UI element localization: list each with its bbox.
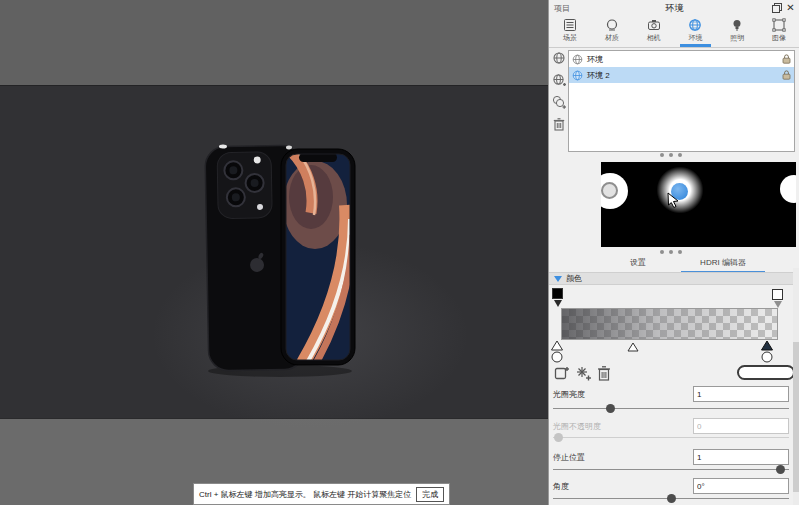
- delete-trash-icon[interactable]: [596, 365, 612, 381]
- environment-globe-icon: [572, 54, 583, 65]
- param-row-brightness: 光圈亮度: [549, 386, 793, 416]
- tab-label: 照明: [730, 33, 744, 43]
- duplicate-environment-icon[interactable]: [552, 95, 566, 109]
- lighting-bulb-icon: [730, 18, 744, 32]
- gradient-bar[interactable]: [561, 308, 778, 340]
- scrollbar-thumb[interactable]: [793, 342, 799, 492]
- color-swatch[interactable]: [737, 365, 795, 380]
- image-frame-icon: [772, 18, 786, 32]
- param-label: 停止位置: [553, 452, 585, 463]
- opacity-slider: [553, 437, 789, 438]
- resize-handle[interactable]: [549, 250, 793, 254]
- gradient-stop-pointer: [774, 301, 782, 308]
- param-row-opacity: 光圈不透明度: [549, 418, 793, 448]
- slider-thumb[interactable]: [606, 404, 615, 413]
- brightness-slider[interactable]: [553, 408, 789, 409]
- gradient-toolbar: [549, 364, 793, 384]
- tab-image[interactable]: 图像: [758, 16, 799, 47]
- tab-label: 场景: [563, 33, 577, 43]
- environment-subtabs: 设置 HDRI 编辑器: [601, 255, 796, 273]
- environment-globe-icon[interactable]: [552, 51, 566, 65]
- environment-list-item[interactable]: 环境: [569, 51, 794, 67]
- environment-list: 环境 环境 2: [568, 50, 795, 152]
- tab-hdri-editor[interactable]: HDRI 编辑器: [681, 255, 765, 273]
- param-label: 光圈不透明度: [553, 421, 601, 432]
- environment-globe-icon: [572, 70, 583, 81]
- chevron-down-icon: [554, 276, 562, 282]
- environment-toolbar: [550, 51, 567, 131]
- lock-icon[interactable]: [782, 70, 791, 80]
- tab-settings[interactable]: 设置: [601, 255, 675, 273]
- hdri-light-pin[interactable]: [780, 175, 796, 203]
- panel-tabbar: 场景 材质 相机 环境 照明 图像: [549, 16, 799, 48]
- param-row-angle: 角度: [549, 478, 793, 505]
- stop-position-slider[interactable]: [553, 469, 789, 470]
- tab-lighting[interactable]: 照明: [716, 16, 758, 47]
- angle-slider[interactable]: [553, 498, 789, 499]
- add-environment-icon[interactable]: [552, 73, 566, 87]
- render-viewport[interactable]: Ctrl + 鼠标左键 增加高亮显示。 鼠标左键 开始计算聚焦定位 完成: [0, 0, 548, 505]
- add-stop-icon[interactable]: [554, 365, 570, 381]
- slider-thumb[interactable]: [776, 465, 785, 474]
- environment-globe-icon: [688, 18, 702, 32]
- tab-camera[interactable]: 相机: [633, 16, 675, 47]
- tab-material[interactable]: 材质: [591, 16, 633, 47]
- status-hint-bar: Ctrl + 鼠标左键 增加高亮显示。 鼠标左键 开始计算聚焦定位 完成: [193, 483, 450, 505]
- panel-title: 环境: [549, 2, 799, 15]
- gradient-editor: [549, 286, 793, 364]
- stop-position-input[interactable]: [693, 449, 789, 465]
- tab-environment[interactable]: 环境: [674, 16, 716, 47]
- alpha-stop[interactable]: [550, 340, 564, 364]
- slider-thumb: [554, 433, 563, 442]
- gradient-stop-pointer: [554, 300, 562, 307]
- gradient-color-stop-white[interactable]: [772, 289, 783, 300]
- panel-titlebar: 项目 环境 ✕: [549, 0, 799, 15]
- lock-icon[interactable]: [782, 54, 791, 64]
- slider-thumb[interactable]: [667, 494, 676, 503]
- alpha-stop-selected[interactable]: [760, 340, 774, 364]
- angle-input[interactable]: [693, 478, 789, 494]
- undock-panel-icon[interactable]: [771, 2, 782, 13]
- close-panel-icon[interactable]: ✕: [785, 2, 796, 13]
- project-panel: 项目 环境 ✕ 场景 材质 相机 环境 照明 图像: [548, 0, 799, 505]
- done-button[interactable]: 完成: [416, 487, 444, 502]
- environment-name: 环境 2: [587, 70, 778, 81]
- tab-label: 材质: [605, 33, 619, 43]
- hint-text: Ctrl + 鼠标左键 增加高亮显示。 鼠标左键 开始计算聚焦定位: [199, 489, 411, 500]
- resize-handle[interactable]: [549, 153, 793, 157]
- pin-ring: [601, 182, 618, 199]
- color-section-header[interactable]: 颜色: [549, 272, 793, 285]
- mouse-cursor-icon: [667, 192, 680, 208]
- delete-trash-icon[interactable]: [552, 117, 566, 131]
- tab-label: 环境: [688, 33, 702, 43]
- environment-list-item-selected[interactable]: 环境 2: [569, 67, 794, 83]
- gradient-color-stop-black[interactable]: [552, 288, 563, 299]
- opacity-input: [693, 418, 789, 434]
- scene-list-icon: [563, 18, 577, 32]
- tab-label: 相机: [647, 33, 661, 43]
- camera-icon: [647, 18, 661, 32]
- tab-scene[interactable]: 场景: [549, 16, 591, 47]
- brightness-input[interactable]: [693, 386, 789, 402]
- param-label: 角度: [553, 481, 569, 492]
- backdrop-top: [0, 0, 548, 86]
- hdri-light-pin-selected[interactable]: [657, 167, 703, 213]
- param-label: 光圈亮度: [553, 389, 585, 400]
- material-sphere-icon: [605, 18, 619, 32]
- panel-scrollbar[interactable]: [793, 268, 799, 505]
- environment-name: 环境: [587, 54, 778, 65]
- gradient-midpoint-marker[interactable]: [626, 342, 640, 354]
- hdri-editor-canvas[interactable]: [601, 162, 796, 247]
- param-row-stop-position: 停止位置: [549, 449, 793, 479]
- phone-model-render: [195, 113, 365, 378]
- hdri-light-pin[interactable]: [601, 173, 628, 209]
- tab-label: 图像: [772, 33, 786, 43]
- color-section-title: 颜色: [566, 273, 582, 284]
- add-effect-icon[interactable]: [575, 365, 591, 381]
